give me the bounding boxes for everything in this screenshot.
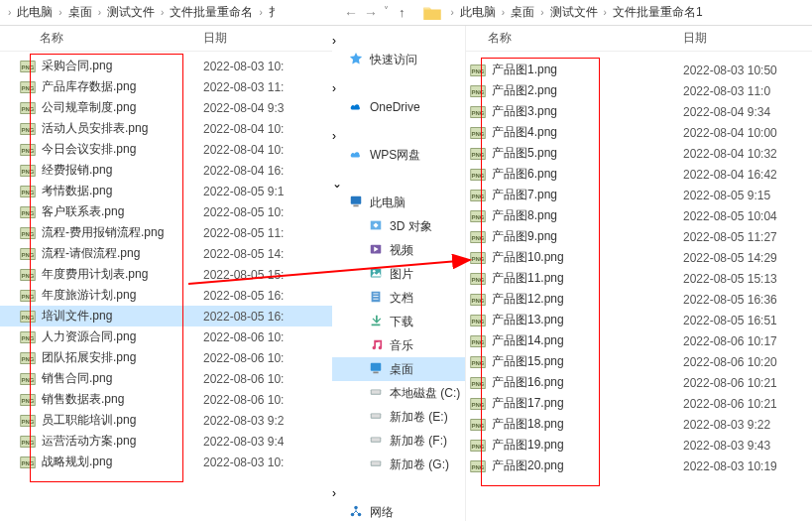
file-row[interactable]: PNG销售数据表.png2022-08-06 10:	[0, 389, 332, 410]
file-row[interactable]: PNG产品图7.png2022-08-05 9:15	[466, 185, 812, 205]
file-row[interactable]: PNG产品图9.png2022-08-05 11:27	[466, 226, 812, 247]
crumb-more[interactable]: 扌	[267, 4, 283, 21]
crumb[interactable]: 文件批量重命名	[168, 4, 255, 21]
nav-tree[interactable]: ›快速访问›OneDrive›WPS网盘⌄此电脑3D 对象视频图片文档下载音乐桌…	[332, 26, 466, 521]
crumb[interactable]: 桌面	[509, 4, 536, 21]
nav-subitem[interactable]: 新加卷 (F:)	[332, 429, 465, 453]
crumb[interactable]: 此电脑	[458, 4, 498, 21]
nav-subitem[interactable]: 新加卷 (G:)	[332, 453, 465, 476]
file-row[interactable]: PNG产品图16.png2022-08-06 10:21	[466, 372, 812, 393]
col-name[interactable]: 名称	[466, 30, 683, 47]
file-row[interactable]: PNG经费报销.png2022-08-04 16:	[0, 160, 332, 181]
png-icon: PNG	[468, 127, 488, 139]
file-row[interactable]: PNG产品库存数据.png2022-08-03 11:	[0, 76, 332, 97]
nav-label: 视频	[390, 242, 413, 259]
svg-text:PNG: PNG	[21, 376, 34, 382]
nav-item[interactable]: WPS网盘	[332, 143, 465, 167]
crumb[interactable]: 桌面	[66, 4, 94, 21]
nav-subitem[interactable]: 3D 对象	[332, 214, 465, 238]
nav-subitem[interactable]: 视频	[332, 238, 465, 262]
file-row[interactable]: PNG产品图15.png2022-08-06 10:20	[466, 351, 812, 372]
file-row[interactable]: PNG产品图5.png2022-08-04 10:32	[466, 143, 812, 164]
file-row[interactable]: PNG产品图17.png2022-08-06 10:21	[466, 393, 812, 414]
doc-icon	[368, 290, 384, 307]
file-row[interactable]: PNG产品图12.png2022-08-05 16:36	[466, 289, 812, 310]
file-row[interactable]: PNG运营活动方案.png2022-08-03 9:4	[0, 431, 332, 452]
file-row[interactable]: PNG产品图4.png2022-08-04 10:00	[466, 122, 812, 143]
file-row[interactable]: PNG产品图6.png2022-08-04 16:42	[466, 164, 812, 185]
png-icon: PNG	[18, 123, 38, 135]
crumb[interactable]: 测试文件	[548, 4, 600, 21]
crumb[interactable]: 测试文件	[105, 4, 157, 21]
chevron-down-icon[interactable]: ⌄	[332, 177, 342, 191]
nav-item[interactable]: OneDrive	[332, 95, 465, 119]
png-icon: PNG	[18, 331, 38, 343]
file-row[interactable]: PNG公司规章制度.png2022-08-04 9:3	[0, 97, 332, 118]
back-icon[interactable]: ←	[344, 5, 358, 21]
nav-subitem[interactable]: 桌面	[332, 357, 465, 381]
file-list-left[interactable]: 名称 日期 PNG采购合同.png2022-08-03 10:PNG产品库存数据…	[0, 26, 332, 521]
file-date: 2022-08-04 10:	[203, 143, 332, 157]
crumb[interactable]: 此电脑	[15, 4, 55, 21]
chevron-right-icon[interactable]: ›	[332, 81, 336, 95]
file-row[interactable]: PNG流程-请假流程.png2022-08-05 14:	[0, 243, 332, 264]
history-icon[interactable]: ˅	[384, 5, 389, 21]
file-row[interactable]: PNG考情数据.png2022-08-05 9:1	[0, 181, 332, 201]
file-row[interactable]: PNG年度旅游计划.png2022-08-05 16:	[0, 285, 332, 306]
3d-icon	[368, 218, 384, 235]
png-icon: PNG	[468, 440, 488, 452]
file-row[interactable]: PNG产品图8.png2022-08-05 10:04	[466, 205, 812, 226]
file-row[interactable]: PNG产品图2.png2022-08-03 11:0	[466, 80, 812, 101]
up-icon[interactable]: ↑	[399, 5, 406, 21]
chevron-right-icon[interactable]: ›	[332, 129, 336, 143]
file-row[interactable]: PNG产品图10.png2022-08-05 14:29	[466, 247, 812, 268]
chevron-right-icon[interactable]: ›	[332, 486, 336, 500]
chevron-right-icon[interactable]: ›	[332, 34, 336, 48]
nav-subitem[interactable]: 本地磁盘 (C:)	[332, 381, 465, 405]
file-row[interactable]: PNG产品图1.png2022-08-03 10:50	[466, 60, 812, 80]
svg-text:PNG: PNG	[21, 189, 34, 195]
svg-text:PNG: PNG	[471, 130, 484, 136]
file-row[interactable]: PNG流程-费用报销流程.png2022-08-05 11:	[0, 222, 332, 243]
file-row[interactable]: PNG活动人员安排表.png2022-08-04 10:	[0, 118, 332, 139]
nav-item[interactable]: 快速访问	[332, 48, 465, 71]
nav-subitem[interactable]: 下载	[332, 310, 465, 333]
file-row[interactable]: PNG产品图14.png2022-08-06 10:17	[466, 330, 812, 351]
file-date: 2022-08-05 11:	[203, 226, 332, 240]
col-date[interactable]: 日期	[683, 30, 812, 47]
file-row[interactable]: PNG客户联系表.png2022-08-05 10:	[0, 201, 332, 222]
nav-subitem[interactable]: 新加卷 (E:)	[332, 405, 465, 429]
file-row[interactable]: PNG销售合同.png2022-08-06 10:	[0, 368, 332, 389]
chevron-right-icon: ›	[94, 7, 105, 18]
col-date[interactable]: 日期	[203, 30, 332, 47]
png-icon: PNG	[18, 352, 38, 364]
file-date: 2022-08-04 9:3	[203, 101, 332, 115]
file-row[interactable]: PNG今日会议安排.png2022-08-04 10:	[0, 139, 332, 160]
file-row[interactable]: PNG产品图18.png2022-08-03 9:22	[466, 414, 812, 435]
file-row[interactable]: PNG产品图11.png2022-08-05 15:13	[466, 268, 812, 289]
file-row[interactable]: PNG产品图20.png2022-08-03 10:19	[466, 456, 812, 476]
file-row[interactable]: PNG培训文件.png2022-08-05 16:	[0, 306, 332, 326]
file-row[interactable]: PNG产品图13.png2022-08-05 16:51	[466, 310, 812, 330]
file-row[interactable]: PNG员工职能培训.png2022-08-03 9:2	[0, 410, 332, 431]
nav-subitem[interactable]: 图片	[332, 262, 465, 286]
file-row[interactable]: PNG年度费用计划表.png2022-08-05 15:	[0, 264, 332, 285]
nav-subitem[interactable]: 音乐	[332, 333, 465, 357]
file-row[interactable]: PNG产品图3.png2022-08-04 9:34	[466, 101, 812, 122]
nav-subitem[interactable]: 文档	[332, 286, 465, 310]
svg-text:PNG: PNG	[21, 64, 34, 69]
forward-icon[interactable]: →	[364, 5, 378, 21]
file-row[interactable]: PNG采购合同.png2022-08-03 10:	[0, 56, 332, 76]
column-headers: 名称 日期	[0, 26, 332, 52]
png-icon: PNG	[18, 373, 38, 385]
file-row[interactable]: PNG产品图19.png2022-08-03 9:43	[466, 435, 812, 456]
file-row[interactable]: PNG战略规划.png2022-08-03 10:	[0, 452, 332, 472]
nav-item[interactable]: 此电脑	[332, 191, 465, 214]
file-row[interactable]: PNG人力资源合同.png2022-08-06 10:	[0, 326, 332, 347]
file-date: 2022-08-06 10:21	[683, 397, 812, 411]
col-name[interactable]: 名称	[0, 30, 203, 47]
nav-item[interactable]: 网络	[332, 500, 465, 521]
file-list-right[interactable]: 名称 日期 PNG产品图1.png2022-08-03 10:50PNG产品图2…	[466, 26, 812, 521]
crumb[interactable]: 文件批量重命名1	[611, 4, 705, 21]
file-row[interactable]: PNG团队拓展安排.png2022-08-06 10:	[0, 347, 332, 368]
